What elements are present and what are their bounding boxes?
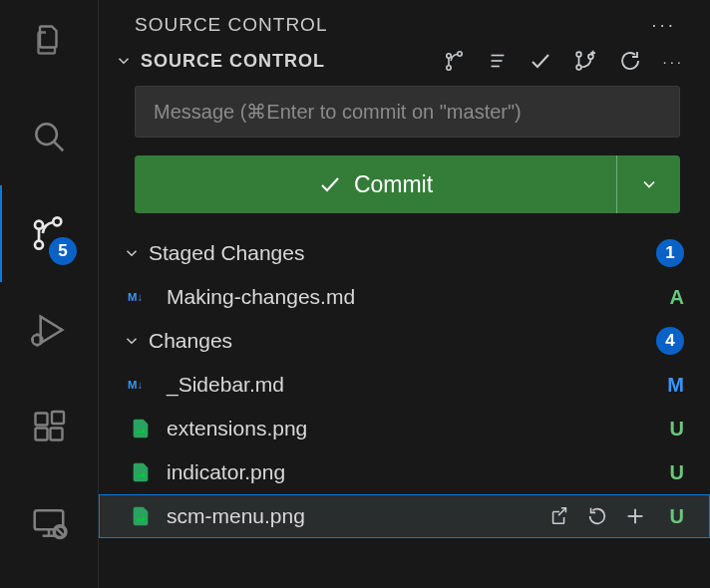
markdown-file-icon: M↓ (127, 287, 155, 307)
svg-point-2 (53, 217, 61, 225)
status-letter: U (660, 461, 684, 484)
discard-changes-icon[interactable] (586, 505, 608, 527)
file-row[interactable]: M↓ Making-changes.md A (99, 275, 710, 319)
svg-rect-14 (52, 412, 64, 424)
activity-remote[interactable] (23, 497, 75, 549)
status-letter: U (660, 505, 684, 528)
svg-text:M↓: M↓ (128, 291, 143, 303)
svg-point-27 (577, 52, 582, 57)
group-changes-count: 4 (656, 327, 684, 355)
panel-more-icon[interactable]: ··· (651, 14, 682, 36)
activity-explorer[interactable] (23, 14, 75, 66)
status-letter: U (660, 418, 684, 441)
panel-title: SOURCE CONTROL (135, 14, 327, 36)
activity-source-control[interactable]: 5 (23, 207, 75, 259)
markdown-file-icon: M↓ (127, 375, 155, 395)
svg-line-1 (55, 143, 64, 151)
section-more-icon[interactable]: ··· (662, 53, 684, 70)
file-name: extensions.png (167, 417, 307, 441)
refresh-icon[interactable] (618, 49, 642, 73)
commit-dropdown[interactable] (616, 155, 680, 213)
file-name: _Sidebar.md (167, 373, 284, 397)
view-as-tree-icon[interactable] (443, 49, 467, 73)
svg-text:M↓: M↓ (128, 379, 143, 391)
file-row[interactable]: indicator.png U (99, 450, 710, 494)
svg-point-0 (36, 124, 57, 145)
group-changes-label: Changes (149, 329, 232, 353)
svg-rect-13 (51, 429, 63, 441)
file-row[interactable]: M↓ _Sidebar.md M (99, 363, 710, 407)
group-staged-count: 1 (656, 239, 684, 267)
section-title: SOURCE CONTROL (141, 51, 325, 72)
scm-badge: 5 (49, 237, 77, 265)
open-file-icon[interactable] (548, 505, 570, 527)
section-actions: ··· (443, 48, 698, 74)
commit-check-icon[interactable] (529, 49, 552, 73)
activity-run-debug[interactable] (23, 304, 75, 356)
image-file-icon (127, 418, 155, 440)
scm-panel: SOURCE CONTROL ··· SOURCE CONTROL (99, 0, 710, 588)
commit-button-label: Commit (354, 171, 433, 198)
commit-message-input[interactable] (135, 86, 680, 138)
group-changes[interactable]: Changes 4 (99, 319, 710, 363)
svg-point-4 (35, 241, 43, 249)
branch-create-icon[interactable] (572, 48, 598, 74)
activity-search[interactable] (23, 111, 75, 162)
svg-point-3 (35, 221, 43, 229)
svg-point-23 (447, 66, 451, 70)
file-row-actions (548, 505, 646, 527)
image-file-icon (127, 461, 155, 483)
group-staged-label: Staged Changes (149, 241, 304, 265)
chevron-down-icon (115, 52, 133, 70)
image-file-icon (127, 505, 155, 527)
file-name: indicator.png (167, 460, 285, 484)
svg-rect-12 (36, 429, 48, 441)
file-row[interactable]: extensions.png U (99, 407, 710, 450)
section-toggle[interactable]: SOURCE CONTROL (115, 51, 325, 72)
svg-point-22 (447, 54, 451, 58)
chevron-down-icon (123, 244, 141, 262)
svg-rect-11 (36, 414, 48, 426)
panel-title-row: SOURCE CONTROL ··· (99, 0, 710, 46)
group-staged[interactable]: Staged Changes 1 (99, 231, 710, 275)
file-name: scm-menu.png (167, 504, 305, 528)
activity-extensions[interactable] (23, 401, 75, 452)
status-letter: A (660, 286, 684, 309)
commit-button[interactable]: Commit (135, 155, 616, 213)
stage-changes-icon[interactable] (624, 505, 646, 527)
file-name: Making-changes.md (167, 285, 355, 309)
svg-point-21 (458, 52, 462, 56)
activity-bar: 5 (0, 0, 99, 588)
file-row[interactable]: scm-menu.png (99, 494, 710, 538)
chevron-down-icon (123, 332, 141, 350)
svg-marker-5 (41, 317, 63, 344)
check-icon (318, 172, 342, 196)
status-letter: M (660, 374, 684, 397)
view-as-list-icon[interactable] (487, 50, 509, 72)
section-header: SOURCE CONTROL (99, 46, 710, 86)
svg-point-28 (577, 65, 582, 70)
